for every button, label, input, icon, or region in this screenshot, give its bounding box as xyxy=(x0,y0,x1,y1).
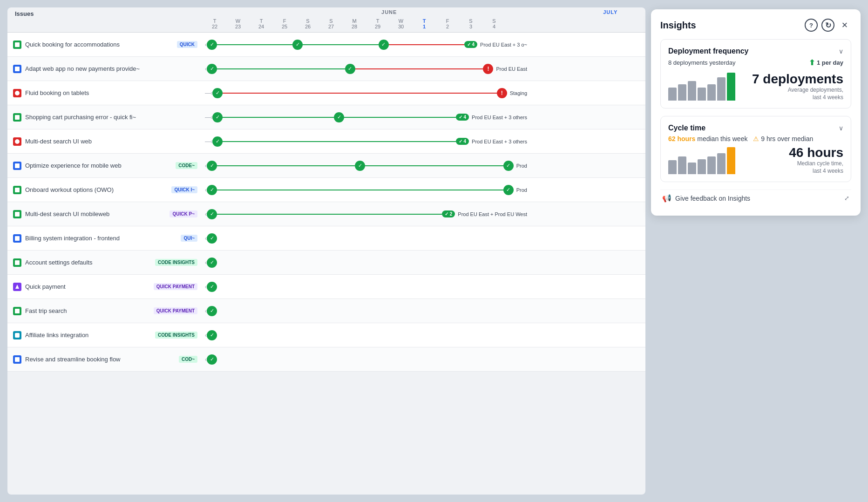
issue-row[interactable]: Billing system integration - frontend QU… xyxy=(7,226,645,251)
per-day-label: 1 per day xyxy=(817,59,843,66)
issue-icon-purple xyxy=(13,283,21,291)
issue-icon-green xyxy=(13,113,21,122)
env-label: Prod EU East xyxy=(496,66,527,72)
day-F2: F2 xyxy=(436,17,459,32)
gantt-bar: — ‹ ✓ ✓ 4 Prod EU East + 3 others xyxy=(203,136,529,147)
issue-cell: Shopping cart purchasing error - quick f… xyxy=(7,109,203,125)
issue-row[interactable]: Onboard workout options (OWO) QUICK I~ ‹… xyxy=(7,178,645,202)
issue-title: Affiliate links integration xyxy=(25,332,151,339)
refresh-button[interactable]: ↻ xyxy=(821,19,834,32)
issue-row[interactable]: Quick booking for accommodations QUICK ‹… xyxy=(7,33,645,57)
issue-cell: Adapt web app no new payments provide~ xyxy=(7,61,203,77)
issue-tag: CODE INSIGHTS xyxy=(155,332,197,339)
bar xyxy=(707,84,716,101)
metric-title: Cycle time xyxy=(668,124,705,132)
dash: — xyxy=(205,114,210,121)
line xyxy=(217,165,355,166)
issue-title: Multi-dest search UI web xyxy=(25,138,197,145)
issue-tag: QUICK PAYMENT xyxy=(154,307,197,314)
check-circle: ✓ xyxy=(207,354,217,365)
env-label: Prod EU East + Prod EU West xyxy=(458,211,527,217)
chevron-down-icon[interactable]: ∨ xyxy=(839,47,843,55)
gantt-bar: — ‹ ✓ ! Staging xyxy=(203,88,529,98)
day-T22: T22 xyxy=(203,17,226,32)
issue-row[interactable]: Affiliate links integration CODE INSIGHT… xyxy=(7,323,645,347)
external-link-icon: ⤢ xyxy=(844,195,849,202)
gantt-bar: — ‹ ✓ ✓ ✓ 4 Prod EU East + 3 others xyxy=(203,112,529,122)
check-circle: ✓ xyxy=(503,161,514,171)
issue-cell: Multi-dest search UI web xyxy=(7,134,203,149)
feedback-link[interactable]: Give feedback on Insights xyxy=(675,195,750,202)
cycle-hours-row: 62 hours median this week ⚠ 9 hrs over m… xyxy=(668,135,843,142)
line xyxy=(303,44,378,45)
issue-tag: COD~ xyxy=(179,356,197,363)
issue-title: Account settings defaults xyxy=(25,259,151,266)
issue-icon-green xyxy=(13,186,21,194)
day-T1: T1 xyxy=(413,17,436,32)
line xyxy=(223,117,334,118)
issue-row[interactable]: Fast trip search QUICK PAYMENT ‹ ✓ xyxy=(7,299,645,323)
svg-rect-13 xyxy=(15,357,20,362)
day-header-row: T22 W23 T24 F25 S26 S27 M28 T29 W30 T1 F… xyxy=(7,17,645,33)
issue-cell: Affiliate links integration CODE INSIGHT… xyxy=(7,327,203,343)
day-W23: W23 xyxy=(226,17,250,32)
issue-tag: QUICK P~ xyxy=(170,210,197,217)
svg-marker-10 xyxy=(15,285,19,289)
big-label2: last 4 weeks xyxy=(752,94,843,101)
dash: — xyxy=(205,138,210,145)
issue-icon-green xyxy=(13,258,21,267)
svg-point-2 xyxy=(15,91,20,95)
issue-row[interactable]: Quick payment QUICK PAYMENT ‹ ✓ xyxy=(7,275,645,299)
metric-big-text: 7 deployments Average deployments, last … xyxy=(752,73,843,101)
deploy-badge: ✓ 2 xyxy=(442,210,455,217)
day-S3: S3 xyxy=(459,17,482,32)
issues-col-header: Issues xyxy=(7,7,203,17)
svg-rect-1 xyxy=(15,67,20,71)
issue-cell: Quick booking for accommodations QUICK xyxy=(7,37,203,53)
check-circle: ✓ xyxy=(345,64,355,74)
insights-header: Insights ? ↻ × xyxy=(660,19,851,32)
line-red xyxy=(223,93,497,94)
gantt-bar: ‹ ✓ ✓ ✓ Prod xyxy=(203,161,529,171)
issue-row[interactable]: Account settings defaults CODE INSIGHTS … xyxy=(7,251,645,275)
insights-panel: Insights ? ↻ × Deployment frequency ∨ 8 … xyxy=(651,9,861,216)
bar xyxy=(688,81,696,101)
gantt-bar: ‹ ✓ xyxy=(203,258,529,268)
issue-title: Onboard workout options (OWO) xyxy=(25,186,168,193)
bar xyxy=(688,163,696,174)
insights-title: Insights xyxy=(660,20,696,31)
warning-icon: ⚠ xyxy=(753,135,759,142)
big-label: Median cycle time, xyxy=(769,160,843,167)
issue-row[interactable]: Multi-dest search UI mobileweb QUICK P~ … xyxy=(7,202,645,226)
issue-row[interactable]: Multi-dest search UI web — ‹ ✓ ✓ 4 Prod … xyxy=(7,129,645,154)
deployment-chart: 7 deployments Average deployments, last … xyxy=(668,73,843,101)
issue-title: Optimize experience for mobile web xyxy=(25,162,172,169)
bar-highlight xyxy=(727,147,735,174)
env-label: Prod xyxy=(516,187,527,193)
issue-tag: CODE INSIGHTS xyxy=(155,259,197,266)
issue-tag: QUICK PAYMENT xyxy=(154,283,197,290)
svg-rect-8 xyxy=(15,236,20,241)
check-circle: ✓ xyxy=(207,185,217,195)
over-median: 9 hrs over median xyxy=(761,135,813,142)
help-button[interactable]: ? xyxy=(805,19,818,32)
issue-row[interactable]: Fluid booking on tablets — ‹ ✓ ! Staging xyxy=(7,81,645,105)
bar xyxy=(717,77,726,101)
month-header-row: Issues JUNE JULY xyxy=(7,7,645,17)
chevron-down-icon[interactable]: ∨ xyxy=(839,124,843,132)
issue-row[interactable]: Revise and streamline booking flow COD~ … xyxy=(7,347,645,372)
median-text: median this week xyxy=(697,135,747,142)
day-T29: T29 xyxy=(366,17,389,32)
megaphone-icon: 📢 xyxy=(662,194,671,203)
check-circle: ✓ xyxy=(207,161,217,171)
env-label: Prod EU East + 3 o~ xyxy=(480,42,527,47)
issue-row[interactable]: Adapt web app no new payments provide~ ‹… xyxy=(7,57,645,81)
issue-row[interactable]: Shopping cart purchasing error - quick f… xyxy=(7,105,645,129)
cycle-time-card: Cycle time ∨ 62 hours median this week ⚠… xyxy=(660,116,851,182)
issue-title: Quick booking for accommodations xyxy=(25,41,173,48)
metric-title: Deployment frequency xyxy=(668,47,748,55)
feedback-left: 📢 Give feedback on Insights xyxy=(662,194,750,203)
close-button[interactable]: × xyxy=(838,19,851,32)
issue-row[interactable]: Optimize experience for mobile web CODE~… xyxy=(7,154,645,178)
feedback-row[interactable]: 📢 Give feedback on Insights ⤢ xyxy=(660,190,851,206)
